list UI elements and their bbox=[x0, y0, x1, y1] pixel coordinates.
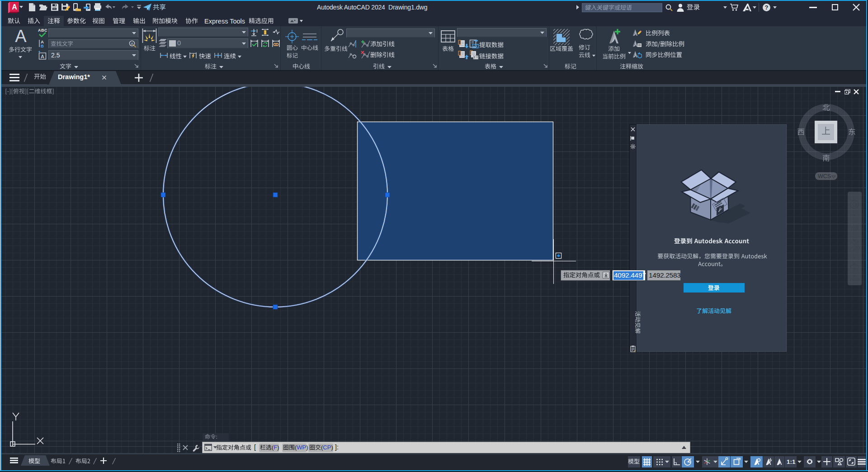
svg-text:B: B bbox=[41, 43, 44, 48]
svg-text:A: A bbox=[12, 3, 17, 11]
svg-text:?: ? bbox=[765, 4, 769, 11]
svg-text:A: A bbox=[41, 54, 44, 59]
svg-text:A: A bbox=[15, 28, 27, 46]
svg-text:A: A bbox=[131, 42, 133, 46]
